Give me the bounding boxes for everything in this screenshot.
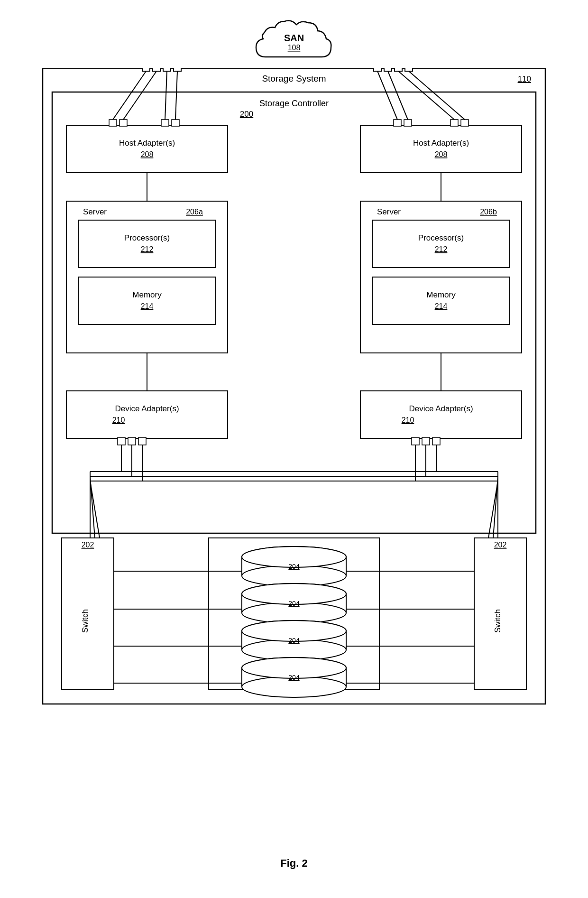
svg-text:Storage Controller: Storage Controller <box>259 99 329 108</box>
svg-rect-42 <box>78 277 216 324</box>
svg-rect-57 <box>450 120 458 126</box>
svg-text:204: 204 <box>288 637 300 644</box>
svg-text:SAN: SAN <box>284 33 304 43</box>
svg-text:208: 208 <box>141 150 154 158</box>
svg-rect-39 <box>78 220 216 268</box>
svg-rect-8 <box>174 68 181 71</box>
svg-text:Host Adapter(s): Host Adapter(s) <box>413 139 469 148</box>
svg-rect-30 <box>172 120 179 126</box>
svg-text:212: 212 <box>435 245 448 253</box>
svg-text:202: 202 <box>82 541 94 549</box>
svg-text:Device Adapter(s): Device Adapter(s) <box>409 404 473 413</box>
svg-text:210: 210 <box>402 416 414 424</box>
svg-text:Server: Server <box>83 207 107 216</box>
svg-text:210: 210 <box>112 416 125 424</box>
svg-rect-5 <box>142 68 150 71</box>
svg-text:Switch: Switch <box>81 609 90 633</box>
svg-rect-11 <box>395 68 402 71</box>
svg-rect-67 <box>372 220 510 268</box>
svg-rect-50 <box>128 437 136 445</box>
svg-text:Storage System: Storage System <box>262 74 326 83</box>
svg-rect-51 <box>138 437 146 445</box>
svg-text:208: 208 <box>435 150 448 158</box>
diagram-svg: Storage System 110 <box>33 68 555 875</box>
svg-text:Processor(s): Processor(s) <box>418 233 464 242</box>
svg-text:110: 110 <box>518 74 531 83</box>
svg-rect-28 <box>119 120 127 126</box>
svg-text:214: 214 <box>435 302 448 310</box>
svg-rect-10 <box>384 68 392 71</box>
diagram-container: SAN 108 Storage System 110 <box>0 0 588 898</box>
svg-rect-46 <box>66 391 228 438</box>
svg-text:Processor(s): Processor(s) <box>124 233 170 242</box>
svg-rect-27 <box>109 120 117 126</box>
figure-label: Fig. 2 <box>33 857 555 870</box>
svg-text:Device Adapter(s): Device Adapter(s) <box>115 404 179 413</box>
svg-text:200: 200 <box>240 110 253 119</box>
svg-rect-58 <box>461 120 469 126</box>
svg-text:202: 202 <box>494 541 507 549</box>
svg-text:206b: 206b <box>480 208 497 216</box>
svg-rect-7 <box>163 68 171 71</box>
svg-text:108: 108 <box>288 44 301 52</box>
svg-rect-79 <box>432 437 440 445</box>
svg-text:214: 214 <box>141 302 154 310</box>
main-diagram: Storage System 110 <box>33 68 555 898</box>
svg-rect-78 <box>422 437 430 445</box>
svg-rect-24 <box>66 125 228 173</box>
svg-rect-9 <box>374 68 381 71</box>
svg-rect-55 <box>394 120 401 126</box>
svg-rect-74 <box>360 391 522 438</box>
svg-rect-12 <box>405 68 413 71</box>
svg-rect-52 <box>360 125 522 173</box>
svg-text:204: 204 <box>288 563 300 570</box>
svg-text:Memory: Memory <box>426 290 456 299</box>
svg-text:Host Adapter(s): Host Adapter(s) <box>119 139 175 148</box>
svg-text:Memory: Memory <box>132 290 162 299</box>
svg-text:206a: 206a <box>186 208 203 216</box>
svg-rect-29 <box>161 120 169 126</box>
svg-text:Server: Server <box>377 207 401 216</box>
svg-rect-77 <box>412 437 419 445</box>
svg-text:212: 212 <box>141 245 154 253</box>
svg-text:204: 204 <box>288 600 300 607</box>
svg-rect-49 <box>118 437 125 445</box>
svg-text:Switch: Switch <box>493 609 502 633</box>
san-cloud: SAN 108 <box>247 14 341 68</box>
svg-text:204: 204 <box>288 674 300 681</box>
svg-rect-6 <box>153 68 160 71</box>
svg-rect-70 <box>372 277 510 324</box>
svg-rect-56 <box>404 120 412 126</box>
